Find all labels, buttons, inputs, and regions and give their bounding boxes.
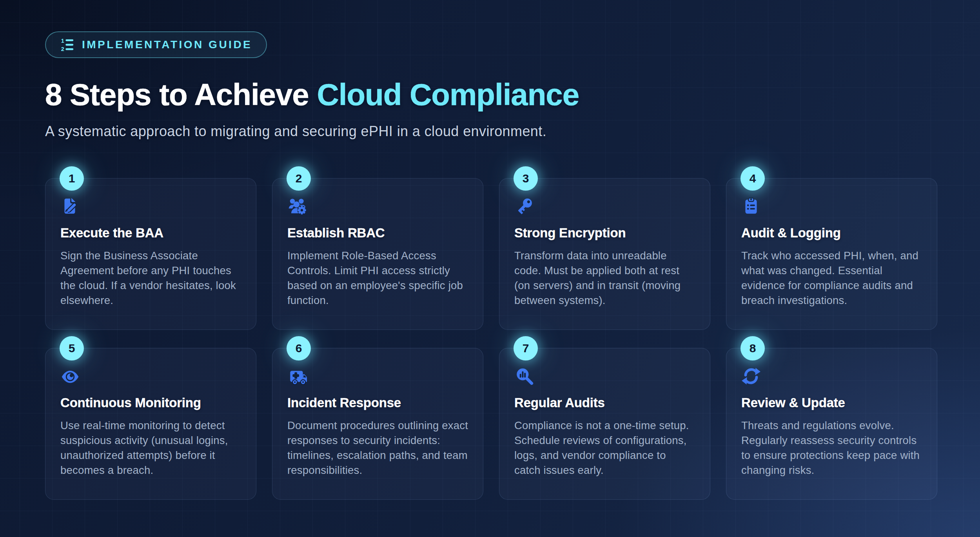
step-description: Track who accessed PHI, when, and what w… xyxy=(741,248,922,308)
step-description: Compliance is not a one-time setup. Sche… xyxy=(514,418,695,478)
step-number-badge: 5 xyxy=(60,336,84,360)
step-number-badge: 6 xyxy=(287,336,311,360)
step-number: 1 xyxy=(69,172,75,185)
step-number-badge: 2 xyxy=(287,166,311,191)
step-number-badge: 1 xyxy=(60,166,84,191)
svg-text:1: 1 xyxy=(61,38,66,44)
svg-text:2: 2 xyxy=(61,46,66,52)
steps-grid: 1 Execute the BAA Sign the Business Asso… xyxy=(45,178,937,500)
step-title: Incident Response xyxy=(287,395,468,410)
step-number-badge: 3 xyxy=(514,166,538,191)
step-card: 4 Audit & Logging Track who accessed PHI… xyxy=(726,178,937,330)
step-number-badge: 4 xyxy=(740,166,765,191)
users-gear-icon xyxy=(287,197,307,216)
step-description: Sign the Business Associate Agreement be… xyxy=(60,248,241,308)
step-description: Threats and regulations evolve. Regularl… xyxy=(741,418,922,478)
step-number-badge: 7 xyxy=(514,336,538,360)
clipboard-list-icon xyxy=(741,197,761,216)
page-title-prefix: 8 Steps to Achieve xyxy=(45,77,309,112)
step-number: 4 xyxy=(750,172,756,185)
step-card: 3 Strong Encryption Transform data into … xyxy=(499,178,710,330)
step-number: 3 xyxy=(523,172,529,185)
step-title: Establish RBAC xyxy=(287,226,468,240)
page-subtitle: A systematic approach to migrating and s… xyxy=(45,123,937,140)
step-card: 5 Continuous Monitoring Use real-time mo… xyxy=(45,348,256,500)
step-title: Execute the BAA xyxy=(60,226,241,240)
step-number: 8 xyxy=(750,342,756,355)
step-card: 1 Execute the BAA Sign the Business Asso… xyxy=(45,178,256,330)
step-description: Transform data into unreadable code. Mus… xyxy=(514,248,695,308)
step-description: Document procedures outlining exact resp… xyxy=(287,418,468,478)
step-card: 8 Review & Update Threats and regulation… xyxy=(726,348,937,500)
step-card: 6 Incident Response Document procedures … xyxy=(272,348,483,500)
page-title: 8 Steps to Achieve Cloud Compliance xyxy=(45,79,937,110)
step-title: Audit & Logging xyxy=(741,226,922,240)
page-title-highlight: Cloud Compliance xyxy=(317,77,579,112)
magnifier-chart-icon xyxy=(514,366,534,386)
ambulance-icon xyxy=(287,366,307,386)
step-description: Implement Role-Based Access Controls. Li… xyxy=(287,248,468,308)
step-title: Review & Update xyxy=(741,395,922,410)
page: 1 2 IMPLEMENTATION GUIDE 8 Steps to Achi… xyxy=(0,0,980,500)
step-number: 2 xyxy=(296,172,302,185)
step-card: 7 Regular Audits Compliance is not a one… xyxy=(499,348,710,500)
ordered-list-icon: 1 2 xyxy=(60,37,75,52)
step-number: 7 xyxy=(523,342,529,355)
key-icon xyxy=(514,197,534,216)
step-number: 5 xyxy=(69,342,75,355)
file-signature-icon xyxy=(60,197,80,216)
step-card: 2 Establish RBAC Implement Role-Based Ac… xyxy=(272,178,483,330)
step-title: Continuous Monitoring xyxy=(60,395,241,410)
step-number-badge: 8 xyxy=(740,336,765,360)
step-title: Regular Audits xyxy=(514,395,695,410)
step-title: Strong Encryption xyxy=(514,226,695,240)
guide-badge-label: IMPLEMENTATION GUIDE xyxy=(82,38,252,51)
rotate-icon xyxy=(741,366,761,386)
step-description: Use real-time monitoring to detect suspi… xyxy=(60,418,241,478)
step-number: 6 xyxy=(296,342,302,355)
guide-badge: 1 2 IMPLEMENTATION GUIDE xyxy=(45,31,267,58)
eye-icon xyxy=(60,366,80,386)
